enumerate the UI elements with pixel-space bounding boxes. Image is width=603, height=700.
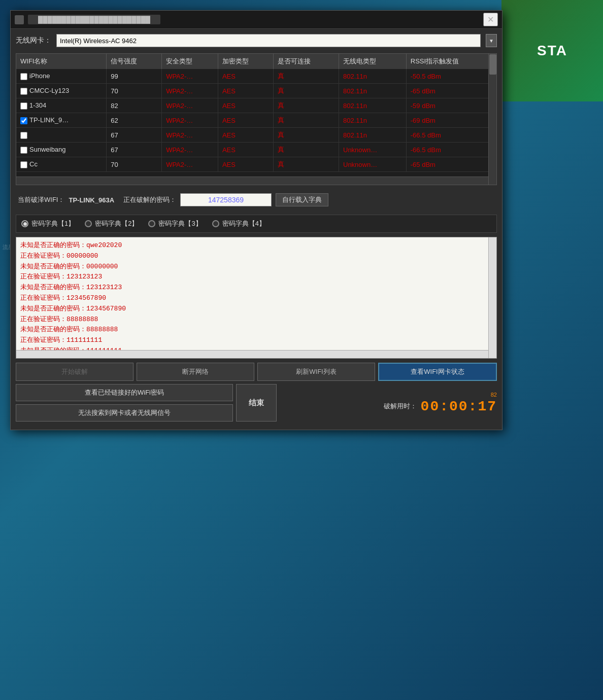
crack-info-row: 当前破泽WIFI： TP-LINK_963A 正在破解的密码： 自行载入字典 bbox=[16, 190, 497, 209]
wifi-name-cell-4[interactable] bbox=[16, 128, 107, 143]
log-line: 未知是否正确的密码：123123123 bbox=[20, 283, 492, 293]
wifi-checkbox-5[interactable] bbox=[20, 147, 27, 154]
table-cell: -66.5 dBm bbox=[406, 143, 496, 157]
table-cell: 真 bbox=[273, 113, 339, 128]
table-cell: 真 bbox=[273, 84, 339, 98]
table-cell: WPA2-… bbox=[162, 69, 218, 84]
dict-radio-1 bbox=[21, 220, 28, 227]
table-cell: -69 dBm bbox=[406, 113, 496, 128]
wifi-name-cell-3[interactable]: TP-LINK_9… bbox=[16, 113, 107, 128]
log-horizontal-scrollbar[interactable] bbox=[16, 350, 488, 358]
th-connectable: 是否可连接 bbox=[273, 54, 339, 69]
log-line: 未知是否正确的密码：00000000 bbox=[20, 262, 492, 272]
wifi-checkbox-3[interactable] bbox=[20, 117, 27, 124]
table-cell: 真 bbox=[273, 157, 339, 172]
table-cell: 67 bbox=[107, 128, 162, 143]
table-cell: Unknown… bbox=[339, 143, 407, 157]
game-panel: STA bbox=[501, 0, 603, 101]
game-logo: STA bbox=[537, 43, 567, 59]
nic-label: 无线网卡： bbox=[16, 36, 51, 45]
table-cell: 802.11n bbox=[339, 84, 407, 98]
log-area: 未知是否正确的密码：qwe202020正在验证密码：00000000未知是否正确… bbox=[16, 237, 497, 359]
table-cell: 真 bbox=[273, 98, 339, 113]
th-security: 安全类型 bbox=[162, 54, 218, 69]
wifi-checkbox-6[interactable] bbox=[20, 161, 27, 168]
dict-radio-3 bbox=[148, 220, 155, 227]
table-cell: WPA2-… bbox=[162, 143, 218, 157]
title-text: ████████████████████████ bbox=[28, 15, 160, 24]
nic-dropdown-arrow[interactable]: ▼ bbox=[486, 34, 497, 47]
dict-option-4[interactable]: 密码字典【4】 bbox=[212, 219, 265, 228]
close-button[interactable]: ✕ bbox=[483, 13, 498, 26]
wifi-name-cell-0[interactable]: iPhone bbox=[16, 69, 107, 84]
start-crack-button[interactable]: 开始破解 bbox=[16, 363, 133, 381]
crack-wifi-name: TP-LINK_963A bbox=[69, 196, 114, 204]
dict-label-4: 密码字典【4】 bbox=[222, 219, 265, 228]
th-radio: 无线电类型 bbox=[339, 54, 407, 69]
table-row[interactable]: TP-LINK_9…62WPA2-…AES真802.11n-69 dBm bbox=[16, 113, 496, 128]
dict-option-2[interactable]: 密码字典【2】 bbox=[85, 219, 138, 228]
table-cell: -66.5 dBm bbox=[406, 128, 496, 143]
table-cell: Unknown… bbox=[339, 157, 407, 172]
wifi-name-cell-5[interactable]: Sunweibang bbox=[16, 143, 107, 157]
crack-password-input[interactable] bbox=[180, 193, 272, 206]
table-cell: 62 bbox=[107, 113, 162, 128]
no-nic-button[interactable]: 无法搜索到网卡或者无线网信号 bbox=[16, 404, 233, 422]
table-cell: AES bbox=[218, 69, 273, 84]
dict-radio-4 bbox=[212, 220, 219, 227]
table-cell: 802.11n bbox=[339, 128, 407, 143]
table-cell: 真 bbox=[273, 69, 339, 84]
vertical-scrollbar[interactable] bbox=[488, 54, 496, 185]
dict-option-1[interactable]: 密码字典【1】 bbox=[21, 219, 75, 228]
table-cell: WPA2-… bbox=[162, 128, 218, 143]
main-window: ████████████████████████ ✕ 无线网卡： ▼ WIFI名… bbox=[10, 10, 502, 430]
log-line: 正在验证密码：00000000 bbox=[20, 251, 492, 262]
table-cell: AES bbox=[218, 113, 273, 128]
app-icon bbox=[15, 15, 24, 24]
scrollbar-thumb[interactable] bbox=[489, 54, 496, 75]
table-cell: 802.11n bbox=[339, 69, 407, 84]
table-cell: 67 bbox=[107, 143, 162, 157]
table-cell: WPA2-… bbox=[162, 98, 218, 113]
end-button[interactable]: 结束 bbox=[236, 384, 277, 422]
table-header-row: WIFI名称 信号强度 安全类型 加密类型 是否可连接 无线电类型 RSSI指示… bbox=[16, 54, 496, 69]
timer-label: 破解用时： bbox=[384, 402, 417, 411]
nic-row: 无线网卡： ▼ bbox=[16, 34, 497, 47]
button-row-1: 开始破解 断开网络 刷新WIFI列表 查看WIFI网卡状态 bbox=[16, 363, 497, 381]
table-row[interactable]: 1-30482WPA2-…AES真802.11n-59 dBm bbox=[16, 98, 496, 113]
nic-select[interactable] bbox=[56, 34, 481, 47]
table-row[interactable]: Cc70WPA2-…AES真Unknown…-65 dBm bbox=[16, 157, 496, 172]
log-line: 正在验证密码：88888888 bbox=[20, 314, 492, 325]
wifi-table: WIFI名称 信号强度 安全类型 加密类型 是否可连接 无线电类型 RSSI指示… bbox=[16, 54, 496, 172]
wifi-table-container: WIFI名称 信号强度 安全类型 加密类型 是否可连接 无线电类型 RSSI指示… bbox=[16, 53, 497, 185]
horizontal-scrollbar[interactable] bbox=[16, 177, 488, 185]
table-row[interactable]: Sunweibang67WPA2-…AES真Unknown…-66.5 dBm bbox=[16, 143, 496, 157]
wifi-name-cell-1[interactable]: CMCC-Ly123 bbox=[16, 84, 107, 98]
table-row[interactable]: 67WPA2-…AES真802.11n-66.5 dBm bbox=[16, 128, 496, 143]
dict-option-3[interactable]: 密码字典【3】 bbox=[148, 219, 202, 228]
load-dict-button[interactable]: 自行载入字典 bbox=[276, 193, 328, 206]
table-row[interactable]: iPhone99WPA2-…AES真802.11n-50.5 dBm bbox=[16, 69, 496, 84]
refresh-wifi-button[interactable]: 刷新WIFI列表 bbox=[257, 363, 375, 381]
wifi-checkbox-1[interactable] bbox=[20, 88, 27, 95]
view-saved-pwd-button[interactable]: 查看已经链接好的WiFi密码 bbox=[16, 384, 233, 401]
table-cell: WPA2-… bbox=[162, 84, 218, 98]
log-vertical-scrollbar[interactable] bbox=[488, 237, 496, 358]
dict-row: 密码字典【1】 密码字典【2】 密码字典【3】 密码字典【4】 bbox=[16, 215, 497, 233]
table-cell: -65 dBm bbox=[406, 157, 496, 172]
disconnect-button[interactable]: 断开网络 bbox=[137, 363, 254, 381]
wifi-name-cell-6[interactable]: Cc bbox=[16, 157, 107, 172]
dict-label-1: 密码字典【1】 bbox=[31, 219, 75, 228]
table-cell: WPA2-… bbox=[162, 113, 218, 128]
wifi-checkbox-4[interactable] bbox=[20, 132, 27, 139]
table-cell: 真 bbox=[273, 143, 339, 157]
table-row[interactable]: CMCC-Ly12370WPA2-…AES真802.11n-65 dBm bbox=[16, 84, 496, 98]
wifi-name-cell-2[interactable]: 1-304 bbox=[16, 98, 107, 113]
view-nic-status-button[interactable]: 查看WIFI网卡状态 bbox=[378, 363, 497, 381]
title-bar: ████████████████████████ ✕ bbox=[11, 11, 502, 29]
wifi-checkbox-2[interactable] bbox=[20, 102, 27, 110]
log-content: 未知是否正确的密码：qwe202020正在验证密码：00000000未知是否正确… bbox=[20, 240, 492, 357]
dict-label-2: 密码字典【2】 bbox=[95, 219, 138, 228]
button-row-2: 查看已经链接好的WiFi密码 无法搜索到网卡或者无线网信号 结束 82 破解用时… bbox=[16, 384, 497, 422]
wifi-checkbox-0[interactable] bbox=[20, 73, 27, 80]
